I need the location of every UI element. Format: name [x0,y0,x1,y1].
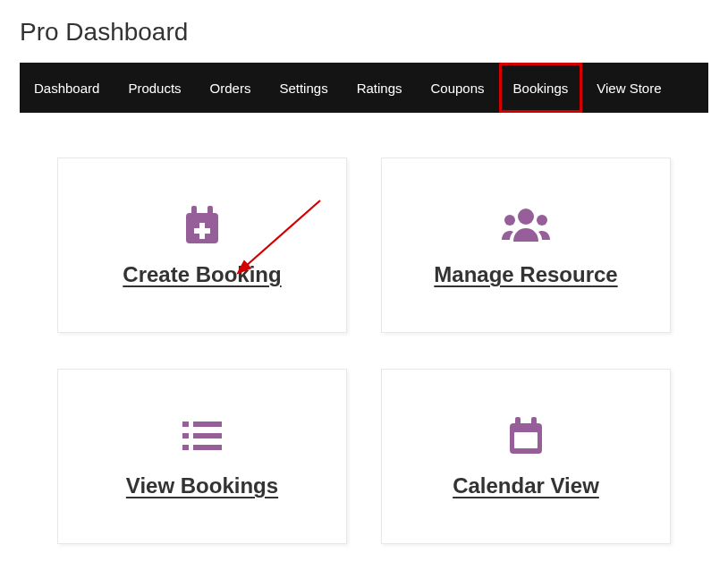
list-icon [182,420,222,452]
nav-item-orders[interactable]: Orders [196,70,266,106]
card-label: Create Booking [123,262,281,287]
nav-item-ratings[interactable]: Ratings [343,70,417,106]
users-icon [500,203,552,246]
card-label: View Bookings [126,473,278,498]
svg-rect-1 [191,206,197,217]
main-nav: DashboardProductsOrdersSettingsRatingsCo… [20,63,708,113]
card-calendar-view[interactable]: Calendar View [381,369,671,544]
svg-rect-4 [194,228,210,234]
nav-item-dashboard[interactable]: Dashboard [20,70,114,106]
svg-point-5 [518,209,534,225]
users-icon [500,206,552,243]
svg-rect-8 [182,422,189,427]
svg-rect-17 [514,432,538,448]
svg-point-6 [504,215,515,226]
nav-item-settings[interactable]: Settings [265,70,342,106]
svg-rect-10 [182,433,189,439]
calendar-icon [508,414,544,457]
card-view-bookings[interactable]: View Bookings [57,369,347,544]
calendar-icon [508,416,544,456]
list-icon [182,414,222,457]
svg-rect-2 [207,206,213,217]
svg-rect-15 [515,417,521,428]
page-title: Pro Dashboard [20,18,728,47]
card-label: Calendar View [453,473,599,498]
nav-item-view-store[interactable]: View Store [582,70,675,106]
calendar-plus-icon [182,204,222,245]
card-label: Manage Resource [434,262,617,287]
svg-rect-16 [531,417,537,428]
svg-rect-12 [182,445,189,450]
svg-rect-11 [193,433,222,439]
svg-rect-13 [193,445,222,450]
card-create-booking[interactable]: Create Booking [57,158,347,333]
card-manage-resource[interactable]: Manage Resource [381,158,671,333]
svg-point-7 [537,215,547,226]
svg-rect-9 [193,422,222,427]
nav-item-coupons[interactable]: Coupons [417,70,499,106]
cards-grid: Create BookingManage ResourceView Bookin… [57,158,671,544]
nav-item-bookings[interactable]: Bookings [499,63,583,113]
calendar-plus-icon [182,203,222,246]
nav-item-products[interactable]: Products [114,70,195,106]
